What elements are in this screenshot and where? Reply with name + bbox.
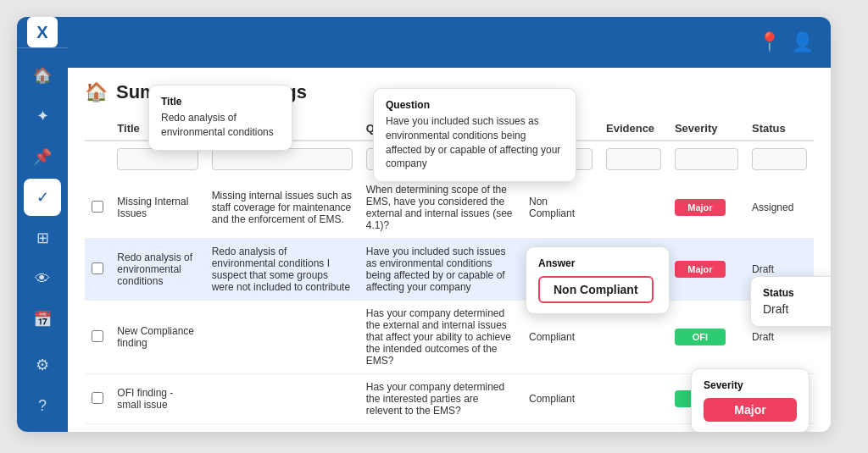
row-question: Has your company determined the external… [359,301,522,374]
row-checkbox[interactable] [92,262,103,274]
question-tooltip-label: Question [386,99,564,111]
row-description [205,374,359,424]
location-icon[interactable]: 📍 [758,31,781,53]
app-container: X 🏠 ✦ 📌 ✓ ⊞ 👁 📅 ⚙ ? 📍 👤 🏠 [17,17,831,432]
row-severity: Major [668,239,745,301]
row-description [205,301,359,374]
row-answer: Compliant [522,374,599,424]
filter-status-input[interactable] [752,148,807,170]
severity-badge: OFI [675,329,726,345]
answer-tooltip-value: Non Compliant [538,276,654,303]
sidebar-nav: 🏠 ✦ 📌 ✓ ⊞ 👁 📅 [24,48,61,346]
row-title: Redo analysis of environmental condition… [110,239,204,301]
filter-severity-input[interactable] [675,148,738,170]
title-tooltip-value: Redo analysis of environmental condition… [161,111,280,140]
row-answer: Non Compliant [522,177,599,239]
row-question: When determining scope of the EMS, have … [359,177,522,239]
sidebar-item-eye[interactable]: 👁 [24,260,61,297]
main-content: 📍 👤 🏠 Summary of Findings Title De [68,17,831,432]
row-title: New Compliance finding [110,301,204,374]
sidebar-item-share[interactable]: ✦ [24,97,61,135]
question-tooltip-value: Have you included such issues as environ… [386,114,564,171]
filter-evidence-cell [599,141,668,177]
sidebar-logo: X [17,17,68,48]
title-tooltip: Title Redo analysis of environmental con… [148,85,292,151]
title-tooltip-label: Title [161,96,280,108]
sidebar-item-help[interactable]: ? [24,387,61,424]
filter-evidence-input[interactable] [606,148,661,170]
severity-tooltip-label: Severity [704,379,797,391]
home-breadcrumb-icon: 🏠 [85,81,108,103]
row-title: OFI finding - small issue [110,374,204,424]
row-evidence [599,177,668,239]
row-severity: Major [668,177,745,239]
sidebar-item-settings[interactable]: ⚙ [24,346,61,384]
header: 📍 👤 [68,17,831,68]
sidebar-item-pin[interactable]: 📌 [24,138,61,175]
row-checkbox-cell [85,177,110,239]
row-description: Redo analysis of environmental condition… [205,239,359,301]
col-evidence-header: Evidence [599,117,668,141]
row-checkbox[interactable] [92,392,103,404]
row-checkbox[interactable] [92,330,103,342]
col-checkbox-header [85,117,110,141]
row-checkbox-cell [85,239,110,301]
table-row[interactable]: New Compliance finding Has your company … [85,301,814,374]
answer-tooltip: Answer Non Compliant [526,246,670,314]
severity-badge: Major [675,261,726,278]
severity-tooltip-value: Major [704,398,797,422]
filter-desc-input[interactable] [212,148,353,170]
filter-status-cell [745,141,814,177]
row-description: Missing internal issues such as staff co… [205,177,359,239]
question-tooltip: Question Have you included such issues a… [373,88,576,182]
table-row[interactable]: Redo analysis of environmental condition… [85,239,814,301]
status-tooltip-label: Status [763,287,831,299]
logo-icon[interactable]: X [27,17,58,47]
row-status: Assigned [745,177,814,239]
col-status-header: Status [745,117,814,141]
user-icon[interactable]: 👤 [791,31,814,53]
filter-severity-cell [668,141,745,177]
content-area: 🏠 Summary of Findings Title Description … [68,68,831,432]
status-tooltip-value: Draft [763,302,831,316]
severity-tooltip: Severity Major [691,368,810,432]
filter-title-input[interactable] [117,148,198,170]
row-title: Missing Internal Issues [110,177,204,239]
sidebar-item-grid[interactable]: ⊞ [24,219,61,257]
row-question: Has your company determined the interest… [359,374,522,424]
row-checkbox[interactable] [92,201,103,213]
sidebar: X 🏠 ✦ 📌 ✓ ⊞ 👁 📅 ⚙ ? [17,17,68,432]
sidebar-item-check[interactable]: ✓ [24,179,61,216]
col-severity-header: Severity [668,117,745,141]
answer-tooltip-label: Answer [538,257,657,269]
content-wrapper: 🏠 Summary of Findings Title Description … [85,81,814,424]
severity-badge: Major [675,199,726,216]
sidebar-bottom: ⚙ ? [24,346,61,432]
row-severity: OFI [668,301,745,374]
sidebar-item-home[interactable]: 🏠 [24,57,61,94]
row-checkbox-cell [85,374,110,424]
filter-checkbox-spacer [85,141,110,177]
sidebar-item-calendar[interactable]: 📅 [24,301,61,338]
row-question: Have you included such issues as environ… [359,239,522,301]
row-evidence [599,374,668,424]
status-tooltip: Status Draft [750,276,831,327]
row-checkbox-cell [85,301,110,374]
table-row[interactable]: Missing Internal Issues Missing internal… [85,177,814,239]
